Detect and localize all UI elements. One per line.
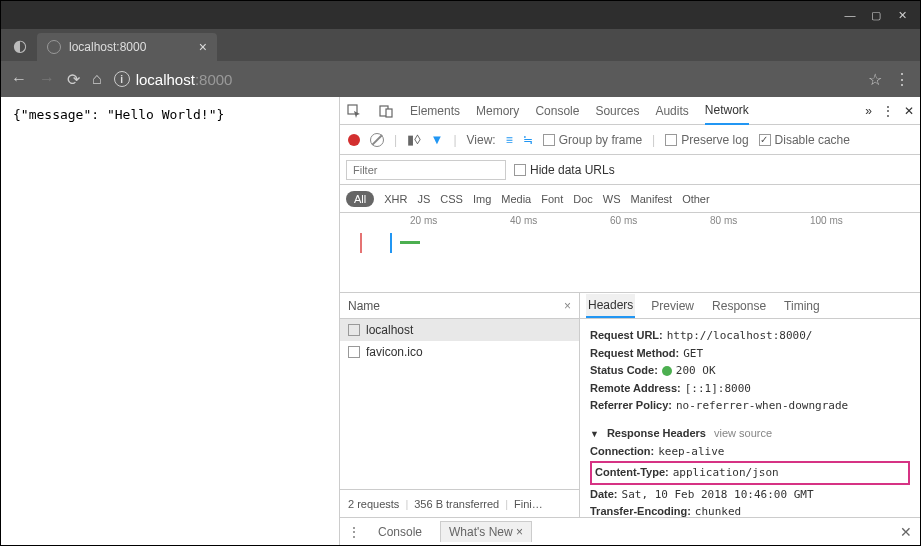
headers-pane: Request URL:http://localhost:8000/Reques…: [580, 319, 920, 517]
page-content: {"message": "Hello World!"}: [1, 97, 339, 545]
preserve-checkbox[interactable]: [665, 134, 677, 146]
reload-button[interactable]: ⟳: [67, 70, 80, 89]
type-xhr[interactable]: XHR: [384, 193, 407, 205]
request-list-footer: 2 requests| 356 B transferred| Fini…: [340, 489, 579, 517]
drawer-close-icon[interactable]: ✕: [900, 524, 912, 540]
close-icon[interactable]: ×: [516, 525, 523, 539]
devtools-drawer: ⋮ Console What's New × ✕: [340, 517, 920, 545]
network-filter-row: Hide data URLs: [340, 155, 920, 185]
detail-tab-timing[interactable]: Timing: [782, 295, 822, 317]
type-media[interactable]: Media: [501, 193, 531, 205]
type-doc[interactable]: Doc: [573, 193, 593, 205]
large-rows-icon[interactable]: ≡: [506, 133, 513, 147]
devtools-tabs: Elements Memory Console Sources Audits N…: [340, 97, 920, 125]
request-row[interactable]: favicon.ico: [340, 341, 579, 363]
type-other[interactable]: Other: [682, 193, 710, 205]
url-port: :8000: [195, 71, 233, 88]
svg-rect-2: [386, 109, 392, 117]
close-detail-icon[interactable]: ×: [564, 299, 571, 313]
type-manifest[interactable]: Manifest: [631, 193, 673, 205]
incognito-icon: ◐: [13, 36, 27, 55]
network-timeline[interactable]: 20 ms 40 ms 60 ms 80 ms 100 ms: [340, 213, 920, 293]
back-button[interactable]: ←: [11, 70, 27, 88]
more-tabs-icon[interactable]: »: [865, 104, 872, 118]
tab-audits[interactable]: Audits: [655, 98, 688, 124]
tab-elements[interactable]: Elements: [410, 98, 460, 124]
type-css[interactable]: CSS: [440, 193, 463, 205]
drawer-menu-icon[interactable]: ⋮: [348, 525, 360, 539]
file-icon: [348, 324, 360, 336]
type-all[interactable]: All: [346, 191, 374, 207]
forward-button[interactable]: →: [39, 70, 55, 88]
type-ws[interactable]: WS: [603, 193, 621, 205]
detail-tab-preview[interactable]: Preview: [649, 295, 696, 317]
filter-input[interactable]: [346, 160, 506, 180]
window-titlebar: — ▢ ✕: [1, 1, 920, 29]
devtools-close-icon[interactable]: ✕: [904, 104, 914, 118]
waterfall-icon[interactable]: ≒: [523, 133, 533, 147]
tab-title: localhost:8000: [69, 40, 146, 54]
tab-sources[interactable]: Sources: [595, 98, 639, 124]
response-headers-section[interactable]: Response Headersview source: [590, 425, 910, 443]
devtools-panel: Elements Memory Console Sources Audits N…: [339, 97, 920, 545]
view-label: View:: [467, 133, 496, 147]
home-button[interactable]: ⌂: [92, 70, 102, 88]
drawer-tab-whatsnew[interactable]: What's New ×: [440, 521, 532, 542]
inspect-icon[interactable]: [346, 103, 362, 119]
browser-tab[interactable]: localhost:8000 ×: [37, 33, 217, 61]
screenshot-icon[interactable]: ▮◊: [407, 132, 420, 147]
drawer-tab-console[interactable]: Console: [370, 522, 430, 542]
disable-cache-checkbox[interactable]: [759, 134, 771, 146]
clear-button[interactable]: [370, 133, 384, 147]
tab-favicon: [47, 40, 61, 54]
bookmark-star-icon[interactable]: ☆: [868, 70, 882, 89]
close-button[interactable]: ✕: [890, 6, 914, 24]
browser-navbar: ← → ⟳ ⌂ i localhost:8000 ☆ ⋮: [1, 61, 920, 97]
file-icon: [348, 346, 360, 358]
device-icon[interactable]: [378, 103, 394, 119]
network-toolbar: | ▮◊ ▼ | View: ≡ ≒ Group by frame | Pres…: [340, 125, 920, 155]
record-button[interactable]: [348, 134, 360, 146]
url-host: localhost: [136, 71, 195, 88]
minimize-button[interactable]: —: [838, 6, 862, 24]
request-row[interactable]: localhost: [340, 319, 579, 341]
tab-console[interactable]: Console: [535, 98, 579, 124]
menu-button[interactable]: ⋮: [894, 70, 910, 89]
maximize-button[interactable]: ▢: [864, 6, 888, 24]
address-bar[interactable]: i localhost:8000: [114, 71, 856, 88]
type-font[interactable]: Font: [541, 193, 563, 205]
detail-tab-response[interactable]: Response: [710, 295, 768, 317]
request-detail: Headers Preview Response Timing Request …: [580, 293, 920, 517]
devtools-menu-icon[interactable]: ⋮: [882, 104, 894, 118]
detail-tab-headers[interactable]: Headers: [586, 294, 635, 318]
request-list: Name× localhost favicon.ico 2 requests| …: [340, 293, 580, 517]
group-checkbox[interactable]: [543, 134, 555, 146]
tab-close-icon[interactable]: ×: [199, 39, 207, 55]
tab-memory[interactable]: Memory: [476, 98, 519, 124]
type-img[interactable]: Img: [473, 193, 491, 205]
filter-icon[interactable]: ▼: [431, 132, 444, 147]
type-js[interactable]: JS: [417, 193, 430, 205]
browser-tabbar: ◐ localhost:8000 ×: [1, 29, 920, 61]
tab-network[interactable]: Network: [705, 97, 749, 125]
hide-data-urls-checkbox[interactable]: [514, 164, 526, 176]
site-info-icon[interactable]: i: [114, 71, 130, 87]
network-type-filter: All XHR JS CSS Img Media Font Doc WS Man…: [340, 185, 920, 213]
